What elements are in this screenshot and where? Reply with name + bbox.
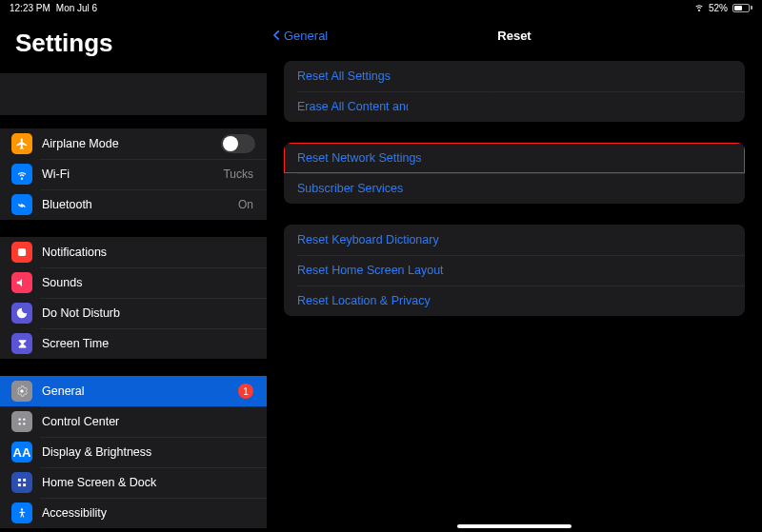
sidebar-item-do-not-disturb[interactable]: Do Not Disturb [0,298,267,328]
airplane-icon [11,133,32,154]
hourglass-icon: ⧗ [11,333,32,354]
nav-bar: General Reset [267,19,762,51]
svg-point-2 [19,419,21,421]
sidebar-item-control-center[interactable]: Control Center [0,406,267,437]
redaction-overlay [520,94,606,119]
detail-panel: General Reset Reset All Settings Erase A… [267,0,762,532]
sidebar-item-wifi[interactable]: Wi-Fi Tucks [0,159,267,189]
sidebar-item-label: Accessibility [42,506,255,520]
svg-rect-0 [18,248,26,256]
wifi-network-value: Tucks [223,167,253,181]
svg-point-4 [19,423,21,424]
home-indicator[interactable] [457,524,572,528]
status-date: Mon Jul 6 [56,3,97,13]
sidebar-item-label: Notifications [42,246,255,259]
subscriber-services[interactable]: Subscriber Services [284,173,745,204]
bluetooth-icon: ⌁ [11,194,32,215]
battery-percent: 52% [709,3,728,13]
accessibility-icon [11,502,32,523]
svg-point-10 [21,508,23,510]
svg-rect-7 [23,479,26,482]
sidebar-item-home-screen-dock[interactable]: Home Screen & Dock [0,467,267,498]
back-button[interactable]: General [271,29,328,43]
svg-point-3 [23,419,25,421]
airplane-toggle[interactable] [221,134,255,153]
reset-network-settings[interactable]: Reset Network Settings [284,143,745,173]
settings-sidebar: Settings Airplane Mode Wi-Fi Tucks ⌁ Blu… [0,0,267,532]
home-screen-icon [11,472,32,493]
sidebar-item-airplane-mode[interactable]: Airplane Mode [0,128,267,159]
sidebar-item-label: General [42,384,238,398]
page-title: Settings [0,19,267,68]
status-time: 12:23 PM [10,3,50,13]
notification-badge: 1 [238,384,253,399]
sidebar-item-label: Sounds [42,276,255,289]
moon-icon [11,303,32,324]
notifications-icon [11,242,32,263]
redaction-overlay [408,94,503,119]
sidebar-item-screen-time[interactable]: ⧗ Screen Time [0,328,267,359]
redaction-overlay [613,94,718,119]
sidebar-item-label: Wi-Fi [42,167,223,181]
erase-all-content[interactable]: Erase All Content and Settings [284,91,745,122]
svg-point-5 [23,423,25,424]
apple-id-profile[interactable] [0,73,267,115]
sidebar-item-label: Home Screen & Dock [42,476,255,489]
reset-location-privacy[interactable]: Reset Location & Privacy [284,286,745,316]
sidebar-item-display-brightness[interactable]: AA Display & Brightness [0,437,267,467]
sidebar-item-notifications[interactable]: Notifications [0,237,267,267]
sidebar-item-label: Bluetooth [42,198,238,211]
wifi-icon [693,1,705,14]
gear-icon [11,381,32,402]
sidebar-item-label: Control Center [42,415,255,428]
battery-icon [732,4,752,12]
sidebar-item-label: Do Not Disturb [42,306,255,320]
reset-all-settings[interactable]: Reset All Settings [284,61,745,91]
svg-rect-8 [18,483,21,486]
detail-title: Reset [497,29,531,43]
svg-rect-9 [23,483,26,486]
reset-home-screen-layout[interactable]: Reset Home Screen Layout [284,255,745,286]
bluetooth-value: On [238,198,253,211]
sidebar-item-general[interactable]: General 1 [0,376,267,406]
back-label: General [284,29,328,43]
sounds-icon [11,272,32,293]
status-bar: 12:23 PM Mon Jul 6 52% [0,0,762,15]
sidebar-item-label: Screen Time [42,337,255,350]
display-icon: AA [11,442,32,463]
sidebar-item-accessibility[interactable]: Accessibility [0,498,267,528]
chevron-left-icon [271,29,284,42]
sidebar-item-label: Airplane Mode [42,137,221,150]
svg-point-1 [20,389,24,393]
svg-rect-6 [18,479,21,482]
wifi-settings-icon [11,164,32,185]
sidebar-item-label: Display & Brightness [42,445,255,459]
sidebar-item-sounds[interactable]: Sounds [0,267,267,298]
sidebar-item-bluetooth[interactable]: ⌁ Bluetooth On [0,189,267,220]
reset-keyboard-dictionary[interactable]: Reset Keyboard Dictionary [284,225,745,255]
control-center-icon [11,411,32,432]
